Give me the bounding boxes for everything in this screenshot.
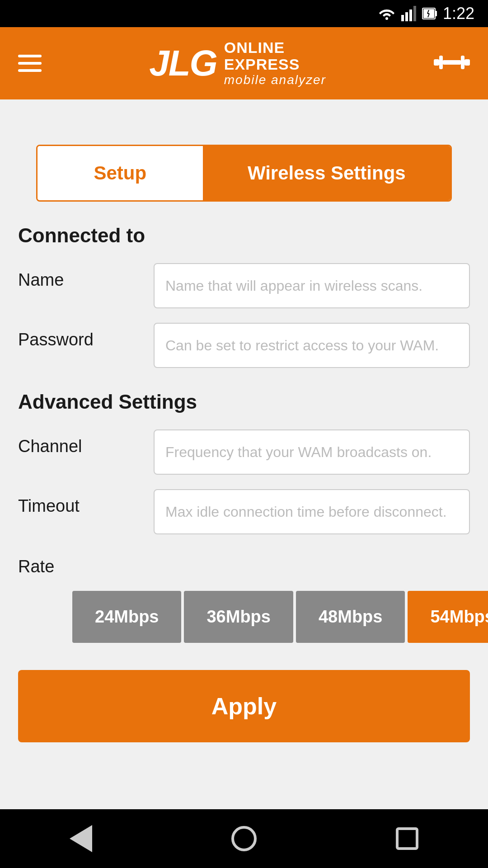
channel-label: Channel xyxy=(18,429,154,456)
timeout-row: Timeout xyxy=(18,489,470,534)
app-bar: JLG ONLINEEXPRESS mobile analyzer xyxy=(0,27,488,99)
status-time: 1:22 xyxy=(443,4,474,23)
channel-input[interactable] xyxy=(154,429,470,475)
home-icon xyxy=(231,826,257,851)
password-input[interactable] xyxy=(154,323,470,368)
recent-icon xyxy=(396,827,418,850)
rate-label: Rate xyxy=(18,557,470,576)
svg-point-0 xyxy=(385,17,388,20)
svg-rect-11 xyxy=(434,59,439,66)
tab-wireless[interactable]: Wireless Settings xyxy=(203,146,450,200)
back-icon xyxy=(70,825,92,852)
name-label: Name xyxy=(18,263,154,290)
dumbbell-icon[interactable] xyxy=(434,51,470,75)
recent-button[interactable] xyxy=(396,827,418,850)
bottom-nav xyxy=(0,809,488,868)
connected-section: Connected to Name Password xyxy=(18,224,470,368)
svg-rect-1 xyxy=(401,15,404,21)
online-express-text: ONLINEEXPRESS mobile analyzer xyxy=(224,39,326,88)
svg-rect-15 xyxy=(465,59,470,66)
apply-button[interactable]: Apply xyxy=(18,670,470,742)
tab-setup[interactable]: Setup xyxy=(38,146,203,200)
battery-icon xyxy=(422,6,437,21)
signal-icon xyxy=(401,6,417,21)
main-content: Setup Wireless Settings Connected to Nam… xyxy=(0,99,488,809)
advanced-section: Advanced Settings Channel Timeout xyxy=(18,391,470,534)
back-button[interactable] xyxy=(70,825,92,852)
status-bar: 1:22 xyxy=(0,0,488,27)
name-row: Name xyxy=(18,263,470,308)
rate-section: Rate 24Mbps36Mbps48Mbps54Mbps xyxy=(18,557,470,643)
svg-rect-13 xyxy=(443,60,461,65)
rate-btn-24[interactable]: 24Mbps xyxy=(72,591,181,643)
timeout-label: Timeout xyxy=(18,489,154,516)
svg-rect-14 xyxy=(461,56,465,69)
channel-row: Channel xyxy=(18,429,470,475)
advanced-title: Advanced Settings xyxy=(18,391,470,413)
password-label: Password xyxy=(18,323,154,349)
svg-rect-3 xyxy=(409,9,412,21)
password-row: Password xyxy=(18,323,470,368)
rate-btn-48[interactable]: 48Mbps xyxy=(296,591,405,643)
online-text: ONLINEEXPRESS xyxy=(224,39,300,73)
home-button[interactable] xyxy=(231,826,257,851)
menu-button[interactable] xyxy=(18,55,42,72)
rate-btn-54[interactable]: 54Mbps xyxy=(408,591,488,643)
timeout-input[interactable] xyxy=(154,489,470,534)
svg-rect-6 xyxy=(435,11,437,16)
app-logo: JLG ONLINEEXPRESS mobile analyzer xyxy=(149,39,326,88)
rate-buttons: 24Mbps36Mbps48Mbps54Mbps xyxy=(72,591,470,643)
name-input[interactable] xyxy=(154,263,470,308)
jlg-logo-text: JLG xyxy=(149,45,217,81)
wifi-icon xyxy=(378,7,396,20)
svg-rect-2 xyxy=(405,12,408,21)
svg-rect-12 xyxy=(439,56,443,69)
status-icons: 1:22 xyxy=(378,4,474,23)
mobile-analyzer-text: mobile analyzer xyxy=(224,73,326,87)
connected-title: Connected to xyxy=(18,224,470,247)
rate-btn-36[interactable]: 36Mbps xyxy=(184,591,293,643)
tab-row: Setup Wireless Settings xyxy=(36,145,452,202)
svg-rect-4 xyxy=(413,6,416,21)
